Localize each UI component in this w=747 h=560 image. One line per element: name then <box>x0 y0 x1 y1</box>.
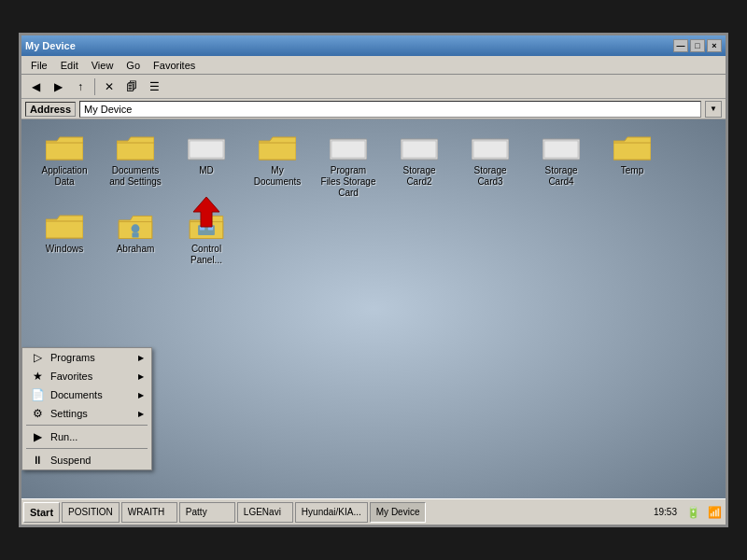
view-button[interactable]: ☰ <box>144 77 164 96</box>
folder-my-documents[interactable]: My Documents <box>244 129 311 203</box>
documents-arrow: ▶ <box>138 391 144 399</box>
folder-label-temp: Temp <box>621 165 643 176</box>
maximize-button[interactable]: □ <box>690 39 705 52</box>
favorites-arrow: ▶ <box>138 372 144 381</box>
svg-rect-7 <box>259 143 296 160</box>
close-button[interactable]: × <box>707 39 722 52</box>
copy-button[interactable]: 🗐 <box>121 77 142 96</box>
svg-rect-27 <box>198 225 215 235</box>
folder-label-storage-card3: Storage Card3 <box>461 165 519 188</box>
taskbar-task-my-device[interactable]: My Device <box>370 502 427 523</box>
menu-favorites[interactable]: Favorites <box>148 59 201 72</box>
svg-rect-11 <box>402 141 436 158</box>
menu-edit[interactable]: Edit <box>55 59 84 72</box>
taskbar-task-hyundai[interactable]: Hyundai/KIA... <box>295 502 368 523</box>
folder-icon-application-data <box>46 133 83 163</box>
taskbar: Start POSITION WRAITH Patty LGENavi Hyun… <box>21 498 726 525</box>
start-button-label: Start <box>30 507 53 518</box>
start-menu-separator <box>26 425 148 426</box>
folder-label-my-documents: My Documents <box>248 165 306 188</box>
folder-icon-program-files <box>330 133 367 163</box>
menu-go[interactable]: Go <box>120 59 146 72</box>
start-menu: ▷ Programs ▶ ★ Favorites ▶ 📄 Documents ▶… <box>21 347 152 470</box>
folder-label-md: MD <box>199 165 214 176</box>
taskbar-task-lgenavi[interactable]: LGENavi <box>237 502 293 523</box>
folder-label-docs-settings: Documents and Settings <box>106 165 164 188</box>
svg-rect-3 <box>117 143 154 160</box>
folder-icon-md <box>188 133 225 163</box>
toolbar: ◀ ▶ ↑ ✕ 🗐 ☰ <box>21 75 726 99</box>
taskbar-task-position[interactable]: POSITION <box>62 502 120 523</box>
suspend-icon: ⏸ <box>30 454 45 467</box>
folder-icon-control-panel <box>188 212 225 242</box>
settings-icon: ⚙ <box>30 407 45 420</box>
svg-rect-5 <box>190 141 223 158</box>
address-dropdown[interactable]: ▼ <box>705 101 722 118</box>
stop-button[interactable]: ✕ <box>99 77 120 96</box>
menu-file[interactable]: File <box>25 59 53 72</box>
run-icon: ▶ <box>30 430 45 443</box>
minimize-button[interactable]: — <box>673 39 688 52</box>
folder-icon-my-documents <box>259 133 296 163</box>
folder-md[interactable]: MD <box>173 129 240 203</box>
menu-bar: File Edit View Go Favorites <box>21 56 726 75</box>
folder-label-abraham: Abraham <box>117 244 155 255</box>
start-menu-programs[interactable]: ▷ Programs ▶ <box>22 348 151 367</box>
battery-icon[interactable]: 🔋 <box>684 503 702 522</box>
window-title: My Device <box>25 40 76 51</box>
taskbar-task-patty[interactable]: Patty <box>179 502 235 523</box>
start-menu-settings[interactable]: ⚙ Settings ▶ <box>22 404 151 423</box>
programs-icon: ▷ <box>30 351 45 364</box>
start-menu-run[interactable]: ▶ Run... <box>22 427 151 446</box>
files-area: Application Data Documents and Settings … <box>31 129 716 271</box>
forward-button[interactable]: ▶ <box>48 77 68 96</box>
svg-rect-15 <box>544 141 578 158</box>
svg-rect-23 <box>132 232 138 237</box>
svg-rect-13 <box>473 141 507 158</box>
folder-icon-docs-settings <box>117 133 154 163</box>
folder-icon-storage-card2 <box>401 133 438 163</box>
title-bar-buttons: — □ × <box>673 39 722 52</box>
taskbar-time: 19:53 <box>650 507 681 517</box>
folder-documents-settings[interactable]: Documents and Settings <box>102 129 169 203</box>
folder-windows[interactable]: Windows <box>31 207 98 271</box>
folder-storage-card4[interactable]: Storage Card4 <box>528 129 595 203</box>
folder-temp[interactable]: Temp <box>599 129 666 203</box>
menu-view[interactable]: View <box>86 59 120 72</box>
folder-icon-abraham <box>117 212 154 242</box>
start-menu-favorites[interactable]: ★ Favorites ▶ <box>22 367 151 385</box>
folder-label-storage-card4: Storage Card4 <box>532 165 590 188</box>
start-menu-separator2 <box>26 448 148 449</box>
documents-icon: 📄 <box>30 388 45 401</box>
folder-label-storage-card2: Storage Card2 <box>390 165 448 188</box>
folder-label-windows: Windows <box>46 244 84 255</box>
signal-icon[interactable]: 📶 <box>705 503 724 522</box>
folder-label-program-files: Program Files Storage Card <box>319 165 377 199</box>
svg-rect-9 <box>331 141 365 158</box>
toolbar-separator-1 <box>94 78 95 95</box>
main-content: Application Data Documents and Settings … <box>21 119 726 498</box>
folder-storage-card3[interactable]: Storage Card3 <box>457 129 524 203</box>
svg-point-22 <box>132 224 140 232</box>
folder-application-data[interactable]: Application Data <box>31 129 98 203</box>
start-button[interactable]: Start <box>23 502 60 523</box>
back-button[interactable]: ◀ <box>25 77 46 96</box>
address-bar: Address ▼ <box>21 99 726 119</box>
folder-icon-windows <box>46 212 83 242</box>
address-input[interactable] <box>79 101 701 118</box>
folder-storage-card2[interactable]: Storage Card2 <box>386 129 453 203</box>
folder-icon-storage-card3 <box>472 133 509 163</box>
folder-control-panel[interactable]: Control Panel... <box>173 207 240 271</box>
favorites-icon: ★ <box>30 370 45 383</box>
taskbar-right: 19:53 🔋 📶 <box>650 503 724 522</box>
title-bar: My Device — □ × <box>21 35 726 56</box>
start-menu-suspend[interactable]: ⏸ Suspend <box>22 451 151 469</box>
start-menu-documents[interactable]: 📄 Documents ▶ <box>22 385 151 404</box>
folder-program-files[interactable]: Program Files Storage Card <box>315 129 382 203</box>
up-button[interactable]: ↑ <box>70 77 91 96</box>
folder-icon-storage-card4 <box>543 133 580 163</box>
programs-arrow: ▶ <box>138 354 144 362</box>
svg-rect-17 <box>613 143 651 160</box>
folder-abraham[interactable]: Abraham <box>102 207 169 271</box>
taskbar-task-wraith[interactable]: WRAITH <box>121 502 177 523</box>
